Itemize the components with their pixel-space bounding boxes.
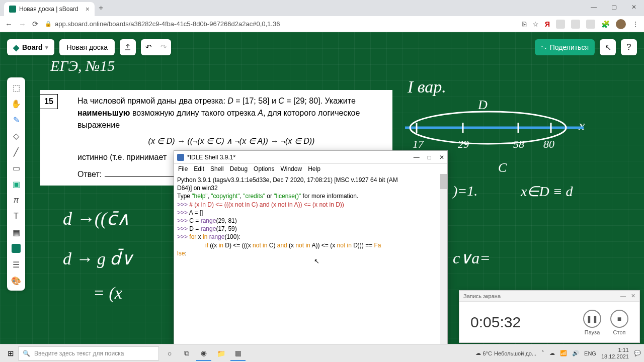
menu-options[interactable]: Options	[254, 165, 274, 172]
cortana-icon[interactable]: ○	[162, 346, 177, 361]
weather-widget[interactable]: ☁ 6°C Небольшой до...	[475, 350, 537, 356]
tray-onedrive-icon[interactable]: ☁	[549, 350, 555, 356]
select-tool[interactable]: ⬚	[9, 80, 23, 95]
l9f: C)	[267, 242, 277, 249]
stop-button[interactable]: ■	[610, 310, 628, 328]
hw-line2: d → g d̄∨	[63, 248, 133, 268]
new-tab-button[interactable]: +	[99, 4, 103, 13]
p7: >>>	[177, 225, 189, 232]
nav-back-icon[interactable]: ←	[5, 20, 13, 28]
l9b: ((x	[208, 242, 219, 249]
l7b: range	[201, 225, 216, 232]
undo-button[interactable]: ↶	[141, 39, 156, 55]
yandex-icon[interactable]: Я	[545, 20, 550, 28]
l9d: D) <= (((x	[223, 242, 253, 249]
url-bar[interactable]: 🔒 app.sboard.online/boards/a36282c9-4fba…	[45, 20, 516, 28]
profile-avatar[interactable]	[616, 19, 626, 29]
logo-text: Board	[22, 43, 42, 51]
screen-recorder[interactable]: Запись экрана —✕ 0:05:32 ❚❚ Пауза ■ Стоп	[459, 290, 640, 343]
tray-lang[interactable]: ENG	[584, 350, 596, 356]
tray-volume-icon[interactable]: 🔊	[572, 350, 579, 356]
menu-window[interactable]: Window	[280, 165, 302, 172]
window-close-icon[interactable]: ✕	[624, 0, 644, 14]
l4: # (x in D) <= (((x not in C) and (x not …	[189, 201, 344, 208]
idle-output[interactable]: Python 3.9.1 (tags/v3.9.1:1e5d33e, Dec 7…	[174, 174, 447, 349]
p8: >>>	[177, 233, 189, 240]
app-explorer-icon[interactable]: 📁	[213, 346, 228, 361]
app-chrome-icon[interactable]: ◉	[196, 346, 211, 361]
tab-close-icon[interactable]: ×	[86, 5, 90, 13]
idle-menubar: File Edit Shell Debug Options Window Hel…	[174, 164, 447, 174]
p1a: На числовой прямой даны два отрезка:	[77, 97, 227, 105]
idle-minimize-icon[interactable]: —	[414, 154, 420, 161]
menu-shell[interactable]: Shell	[210, 165, 224, 172]
idle-titlebar[interactable]: *IDLE Shell 3.9.1* — □ ✕	[174, 151, 447, 164]
idle-close-icon[interactable]: ✕	[439, 154, 444, 161]
menu-debug[interactable]: Debug	[230, 165, 248, 172]
menu-help[interactable]: Help	[308, 165, 320, 172]
bookmark-icon[interactable]: ☆	[532, 20, 539, 28]
text-tool[interactable]: T	[9, 209, 23, 223]
pointer-button[interactable]: ↖	[600, 39, 616, 55]
menu-edit[interactable]: Edit	[194, 165, 204, 172]
start-button[interactable]: ⊞	[3, 346, 18, 361]
math-tool[interactable]: π	[9, 193, 23, 207]
window-maximize-icon[interactable]: ▢	[604, 0, 624, 14]
app-logo[interactable]: ◆ Board ▾	[7, 39, 54, 55]
eraser-tool[interactable]: ◇	[9, 129, 23, 143]
tray-chevron-icon[interactable]: ˄	[541, 350, 544, 356]
redo-button[interactable]: ↷	[156, 39, 171, 55]
hand-tool[interactable]: ✋	[9, 97, 23, 111]
share-button[interactable]: ⇋ Поделиться	[535, 39, 595, 55]
l3g: or	[265, 193, 274, 200]
idle-maximize-icon[interactable]: □	[428, 154, 431, 161]
line-tool[interactable]: ╱	[9, 145, 23, 159]
nav-forward-icon[interactable]: →	[19, 20, 26, 28]
browser-tab[interactable]: Новая доска | sBoard ×	[4, 2, 95, 16]
pause-button[interactable]: ❚❚	[583, 310, 601, 328]
weather-desc: Небольшой до...	[494, 350, 536, 356]
share-label: Поделиться	[550, 43, 589, 51]
color-tool[interactable]	[12, 244, 21, 253]
translate-icon[interactable]: ⎘	[522, 20, 526, 28]
taskbar-search[interactable]: 🔍 Введите здесь текст для поиска	[18, 346, 159, 360]
pen-tool[interactable]: ✎	[9, 113, 23, 127]
l8b: x	[196, 233, 203, 240]
palette-tool[interactable]: 🎨	[9, 274, 23, 288]
tray-notifications-icon[interactable]: 💬	[634, 350, 641, 356]
taskview-icon[interactable]: ⧉	[179, 346, 194, 361]
tray-clock[interactable]: 1:11 18.12.2021	[601, 347, 629, 359]
image-tool[interactable]: ▦	[9, 225, 23, 239]
idle-window[interactable]: *IDLE Shell 3.9.1* — □ ✕ File Edit Shell…	[174, 150, 448, 349]
pause-label: Пауза	[585, 329, 600, 335]
formula: (x ∈ D) → ((¬(x ∈ C) ∧ ¬(x ∈ A)) → ¬(x ∈…	[77, 135, 385, 147]
answer-label: Ответ:	[77, 170, 102, 178]
tray-network-icon[interactable]: 📶	[560, 350, 567, 356]
ext-3-icon[interactable]	[586, 20, 595, 29]
puzzle-icon[interactable]: 🧩	[601, 20, 610, 28]
nav-reload-icon[interactable]: ⟳	[32, 20, 39, 29]
l7a: D =	[189, 225, 200, 232]
l3d: "copyright"	[211, 193, 239, 200]
board-name[interactable]: Новая доска	[59, 39, 115, 55]
l3a: Type	[177, 193, 192, 200]
app-idle-icon[interactable]: ▦	[230, 346, 246, 361]
shape-tool[interactable]: ▭	[9, 161, 23, 175]
recorder-titlebar[interactable]: Запись экрана —✕	[459, 291, 639, 302]
recorder-close-icon[interactable]: ✕	[631, 293, 635, 299]
window-minimize-icon[interactable]: —	[584, 0, 604, 14]
l2: D64)] on win32	[177, 185, 218, 192]
book-tool[interactable]: ▣	[9, 177, 23, 191]
menu-file[interactable]: File	[178, 165, 188, 172]
l8e: range	[209, 233, 225, 240]
recorder-minimize-icon[interactable]: —	[620, 293, 626, 299]
upload-button[interactable]	[120, 39, 136, 55]
ext-2-icon[interactable]	[571, 20, 580, 29]
mouse-cursor-icon: ↖	[314, 257, 319, 266]
idle-scrollbar[interactable]	[440, 174, 447, 349]
p2a: наименьшую	[77, 109, 130, 117]
ext-1-icon[interactable]	[556, 20, 565, 29]
menu-icon[interactable]: ⋮	[632, 20, 639, 28]
help-button[interactable]: ?	[621, 39, 637, 55]
lines-tool[interactable]: ☰	[9, 257, 23, 272]
